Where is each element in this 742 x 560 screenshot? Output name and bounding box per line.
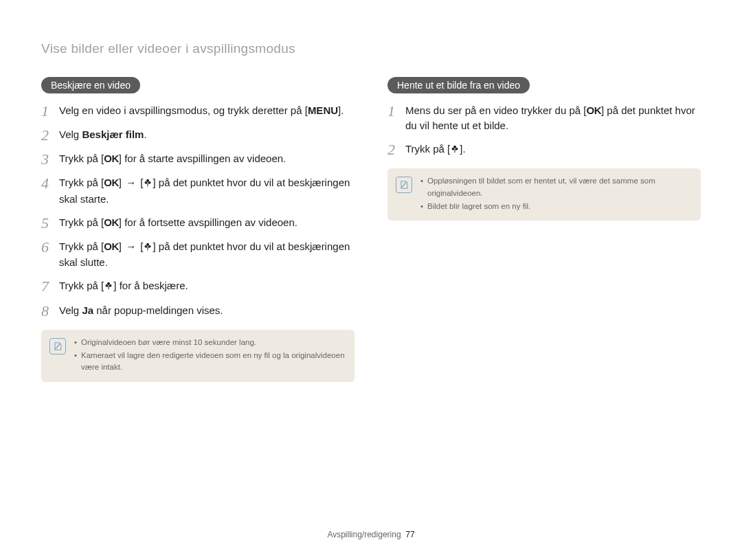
- step-text: ]: [119, 177, 124, 188]
- step-text: Mens du ser på en video trykker du på [: [405, 104, 586, 116]
- ok-icon: OK: [104, 177, 119, 188]
- step-5: 5 Trykk på [OK] for å fortsette avspilli…: [41, 215, 355, 231]
- macro-icon: [104, 280, 113, 295]
- left-column: Beskjære en video 1 Velg en video i avsp…: [41, 77, 355, 382]
- step-bold: Beskjær film: [82, 128, 144, 140]
- arrow-icon: →: [124, 240, 137, 252]
- step-text: Velg en video i avspillingsmodus, og try…: [59, 104, 308, 116]
- section-heading-capture-image: Hente ut et bilde fra en video: [387, 77, 530, 93]
- arrow-icon: →: [124, 177, 137, 188]
- step-1: 1 Velg en video i avspillingsmodus, og t…: [41, 103, 355, 119]
- step-number: 5: [41, 215, 59, 231]
- note-box: Originalvideoen bør være minst 10 sekund…: [41, 330, 355, 382]
- page-title: Vise bilder eller videoer i avspillingsm…: [41, 41, 701, 56]
- note-icon: [49, 338, 66, 355]
- step-number: 1: [41, 103, 59, 119]
- page-footer: Avspilling/redigering 77: [0, 530, 742, 539]
- ok-icon: OK: [104, 153, 119, 164]
- step-text: Trykk på [: [59, 240, 104, 252]
- step-text: Trykk på [: [405, 143, 450, 155]
- macro-icon: [143, 177, 153, 192]
- step-text: .: [144, 128, 146, 140]
- step-text: ] for å beskjære.: [113, 280, 188, 291]
- step-text: Trykk på [: [59, 177, 104, 188]
- capture-steps: 1 Mens du ser på en video trykker du på …: [387, 103, 701, 157]
- macro-icon: [143, 240, 153, 256]
- right-column: Hente ut et bilde fra en video 1 Mens du…: [387, 77, 701, 382]
- step-number: 1: [387, 103, 405, 119]
- step-text: [: [137, 177, 143, 188]
- step-number: 7: [41, 278, 59, 294]
- ok-icon: OK: [586, 104, 601, 116]
- macro-icon: [450, 143, 460, 158]
- note-box: Oppløsningen til bildet som er hentet ut…: [387, 168, 701, 221]
- step-text: ]: [119, 240, 124, 252]
- step-text: Trykk på [: [59, 280, 104, 291]
- note-icon: [396, 177, 412, 193]
- step-text: Velg: [59, 128, 82, 140]
- step-text: Trykk på [: [59, 153, 104, 164]
- step-number: 8: [41, 303, 59, 319]
- step-text: Velg: [59, 304, 82, 316]
- step-4: 4 Trykk på [OK] → [] på det punktet hvor…: [41, 175, 355, 207]
- trim-steps: 1 Velg en video i avspillingsmodus, og t…: [41, 103, 355, 319]
- section-heading-trim-video: Beskjære en video: [41, 77, 140, 93]
- step-text: Trykk på [: [59, 216, 104, 228]
- step-bold: Ja: [82, 304, 93, 316]
- step-number: 2: [387, 142, 405, 157]
- note-item: Bildet blir lagret som en ny fil.: [420, 201, 693, 212]
- step-text: [: [137, 240, 143, 252]
- footer-section: Avspilling/redigering: [327, 530, 401, 539]
- step-7: 7 Trykk på [] for å beskjære.: [41, 278, 355, 295]
- step-2: 2 Trykk på [].: [387, 142, 701, 158]
- step-number: 2: [41, 127, 59, 143]
- menu-label: MENU: [308, 104, 338, 116]
- step-6: 6 Trykk på [OK] → [] på det punktet hvor…: [41, 239, 355, 271]
- step-text: ] for å starte avspillingen av videoen.: [119, 153, 286, 164]
- step-1: 1 Mens du ser på en video trykker du på …: [387, 103, 701, 133]
- step-number: 4: [41, 175, 59, 191]
- ok-icon: OK: [104, 240, 119, 252]
- step-2: 2 Velg Beskjær film.: [41, 127, 355, 143]
- note-item: Originalvideoen bør være minst 10 sekund…: [74, 337, 346, 348]
- step-8: 8 Velg Ja når popup-meldingen vises.: [41, 303, 355, 319]
- step-number: 6: [41, 239, 59, 255]
- note-item: Oppløsningen til bildet som er hentet ut…: [420, 175, 693, 199]
- page-number: 77: [405, 530, 414, 539]
- step-number: 3: [41, 151, 59, 167]
- step-text: når popup-meldingen vises.: [93, 304, 223, 316]
- step-text: ].: [460, 143, 465, 155]
- ok-icon: OK: [104, 216, 119, 228]
- step-text: ] for å fortsette avspillingen av videoe…: [119, 216, 297, 228]
- step-text: ].: [338, 104, 344, 116]
- note-item: Kameraet vil lagre den redigerte videoen…: [74, 350, 346, 374]
- step-3: 3 Trykk på [OK] for å starte avspillinge…: [41, 151, 355, 167]
